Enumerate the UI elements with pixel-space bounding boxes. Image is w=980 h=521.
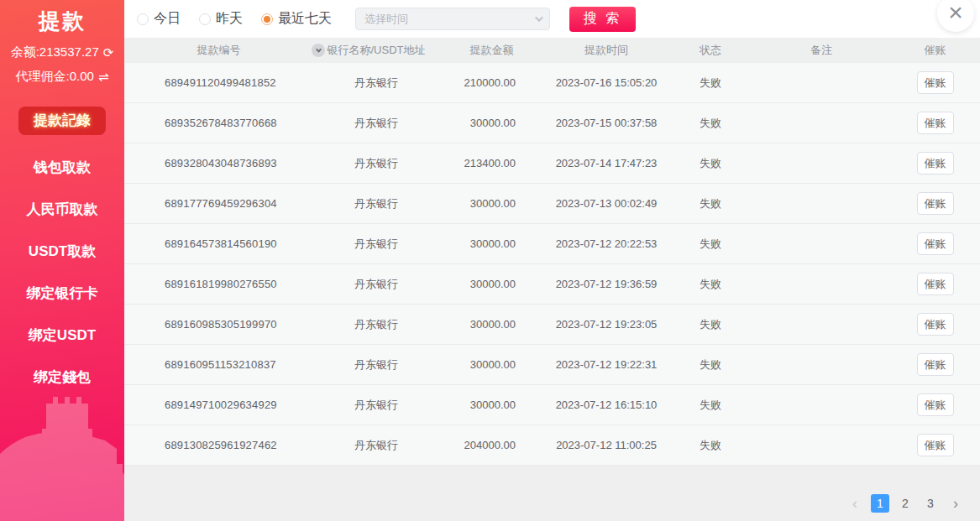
cell-amount: 210000.00 bbox=[439, 76, 544, 89]
withdrawal-window: 提款 余额:213537.27 ⟳ 代理佣金:0.00 ⇌ 提款記錄 钱包取款人… bbox=[0, 0, 980, 521]
table-row: 689161819980276550 丹东银行 30000.00 2023-07… bbox=[124, 264, 980, 305]
cell-amount: 213400.00 bbox=[439, 157, 544, 169]
status-badge: 失败 bbox=[668, 76, 752, 91]
radio-icon bbox=[199, 13, 211, 25]
sidebar-item[interactable]: 绑定錢包 bbox=[0, 357, 124, 399]
cell-time: 2023-07-12 19:23:05 bbox=[544, 318, 668, 331]
radio-icon bbox=[137, 13, 149, 25]
balance-row: 余额:213537.27 ⟳ bbox=[0, 44, 124, 60]
cell-amount: 30000.00 bbox=[439, 358, 544, 371]
date-radio-group: 今日 昨天 最近七天 bbox=[137, 10, 332, 28]
cell-amount: 30000.00 bbox=[439, 278, 544, 290]
page-button-3[interactable]: 3 bbox=[921, 494, 940, 513]
urge-payment-button[interactable]: 催账 bbox=[917, 393, 954, 416]
cell-amount: 30000.00 bbox=[439, 117, 544, 129]
sidebar-item[interactable]: 人民币取款 bbox=[0, 189, 124, 231]
status-badge: 失败 bbox=[668, 357, 752, 373]
table-body: 689491120499481852 丹东银行 210000.00 2023-0… bbox=[124, 63, 980, 466]
urge-payment-button[interactable]: 催账 bbox=[917, 434, 954, 456]
table-row: 689491120499481852 丹东银行 210000.00 2023-0… bbox=[124, 63, 980, 103]
cell-bank: 丹东银行 bbox=[313, 398, 439, 413]
table-row: 689177769459296304 丹东银行 30000.00 2023-07… bbox=[124, 184, 980, 224]
urge-payment-button[interactable]: 催账 bbox=[917, 353, 954, 376]
cell-withdraw-id: 689177769459296304 bbox=[124, 197, 313, 210]
cell-withdraw-id: 689161819980276550 bbox=[124, 278, 313, 290]
sidebar-item[interactable]: 绑定USDT bbox=[0, 315, 124, 357]
next-page-button[interactable]: › bbox=[946, 494, 965, 513]
table-row: 689352678483770668 丹东银行 30000.00 2023-07… bbox=[124, 103, 980, 143]
status-badge: 失败 bbox=[668, 277, 752, 292]
cell-withdraw-id: 689164573814560190 bbox=[124, 237, 313, 250]
cell-bank: 丹东银行 bbox=[313, 237, 439, 252]
urge-payment-button[interactable]: 催账 bbox=[917, 232, 954, 255]
refresh-icon[interactable]: ⟳ bbox=[103, 46, 114, 59]
cell-withdraw-id: 689149710029634929 bbox=[124, 399, 313, 411]
cell-withdraw-id: 689352678483770668 bbox=[124, 117, 313, 129]
cell-bank: 丹东银行 bbox=[313, 156, 439, 171]
table-header: 提款编号 银行名称/USDT地址 提款金额 提款时间 状态 备注 催账 bbox=[124, 38, 980, 63]
status-badge: 失败 bbox=[668, 398, 752, 413]
cell-bank: 丹东银行 bbox=[313, 438, 439, 453]
cell-bank: 丹东银行 bbox=[313, 277, 439, 292]
status-badge: 失败 bbox=[668, 438, 752, 453]
filter-toolbar: 今日 昨天 最近七天 选择时间 搜 索 × bbox=[124, 0, 980, 38]
date-select-placeholder: 选择时间 bbox=[364, 12, 408, 27]
status-badge: 失败 bbox=[668, 237, 752, 252]
date-radio[interactable]: 昨天 bbox=[199, 10, 243, 28]
cell-time: 2023-07-16 15:05:20 bbox=[544, 76, 668, 89]
urge-payment-button[interactable]: 催账 bbox=[917, 71, 954, 94]
sidebar-item-withdraw-records[interactable]: 提款記錄 bbox=[18, 107, 106, 135]
urge-payment-button[interactable]: 催账 bbox=[917, 152, 954, 175]
cell-time: 2023-07-12 19:22:31 bbox=[544, 358, 668, 371]
table-row: 689130825961927462 丹东银行 204000.00 2023-0… bbox=[124, 425, 980, 466]
cell-amount: 30000.00 bbox=[439, 399, 544, 411]
cell-time: 2023-07-12 16:15:10 bbox=[544, 399, 668, 411]
status-badge: 失败 bbox=[668, 156, 752, 171]
cell-time: 2023-07-12 19:36:59 bbox=[544, 278, 668, 290]
col-withdraw-id: 提款编号 bbox=[124, 43, 313, 58]
urge-payment-button[interactable]: 催账 bbox=[917, 112, 954, 134]
sidebar: 提款 余额:213537.27 ⟳ 代理佣金:0.00 ⇌ 提款記錄 钱包取款人… bbox=[0, 0, 124, 521]
cell-bank: 丹东银行 bbox=[313, 357, 439, 373]
date-radio[interactable]: 最近七天 bbox=[261, 10, 332, 28]
commission-label: 代理佣金:0.00 bbox=[16, 69, 94, 85]
date-radio[interactable]: 今日 bbox=[137, 10, 181, 28]
radio-icon bbox=[261, 13, 273, 25]
date-range-select[interactable]: 选择时间 bbox=[355, 8, 550, 30]
close-button[interactable]: × bbox=[937, 0, 974, 32]
page-button-2[interactable]: 2 bbox=[896, 494, 914, 513]
close-icon: × bbox=[948, 0, 963, 25]
cell-withdraw-id: 689160951153210837 bbox=[124, 358, 313, 371]
table-row: 689160985305199970 丹东银行 30000.00 2023-07… bbox=[124, 305, 980, 345]
cell-withdraw-id: 689130825961927462 bbox=[124, 439, 313, 451]
radio-label: 今日 bbox=[154, 10, 181, 28]
withdrawals-table: 提款编号 银行名称/USDT地址 提款金额 提款时间 状态 备注 催账 6894… bbox=[124, 38, 980, 466]
radio-label: 昨天 bbox=[216, 10, 243, 28]
urge-payment-button[interactable]: 催账 bbox=[917, 273, 954, 295]
search-button[interactable]: 搜 索 bbox=[569, 7, 636, 32]
prev-page-button[interactable]: ‹ bbox=[846, 494, 864, 513]
sidebar-item[interactable]: USDT取款 bbox=[0, 231, 124, 273]
cell-time: 2023-07-13 00:02:49 bbox=[544, 197, 668, 210]
sidebar-item[interactable]: 钱包取款 bbox=[0, 147, 124, 189]
col-bank: 银行名称/USDT地址 bbox=[313, 43, 439, 58]
cell-bank: 丹东银行 bbox=[313, 76, 439, 91]
cell-bank: 丹东银行 bbox=[313, 317, 439, 332]
urge-payment-button[interactable]: 催账 bbox=[917, 313, 954, 336]
table-row: 689328043048736893 丹东银行 213400.00 2023-0… bbox=[124, 143, 980, 184]
cell-bank: 丹东银行 bbox=[313, 116, 439, 131]
radio-label: 最近七天 bbox=[278, 10, 332, 28]
urge-payment-button[interactable]: 催账 bbox=[917, 192, 954, 215]
sidebar-item[interactable]: 绑定银行卡 bbox=[0, 273, 124, 315]
cell-time: 2023-07-12 11:00:25 bbox=[544, 439, 668, 451]
table-row: 689149710029634929 丹东银行 30000.00 2023-07… bbox=[124, 385, 980, 425]
status-badge: 失败 bbox=[668, 116, 752, 131]
swap-icon[interactable]: ⇌ bbox=[98, 70, 109, 83]
page-button-1[interactable]: 1 bbox=[871, 494, 889, 513]
cell-time: 2023-07-15 00:37:58 bbox=[544, 117, 668, 129]
sidebar-menu: 钱包取款人民币取款USDT取款绑定银行卡绑定USDT绑定錢包 bbox=[0, 147, 124, 399]
chevron-down-icon bbox=[535, 13, 543, 22]
main-panel: 今日 昨天 最近七天 选择时间 搜 索 × 提款编号 银行名称/USD bbox=[124, 0, 980, 521]
cell-withdraw-id: 689328043048736893 bbox=[124, 157, 313, 169]
status-badge: 失败 bbox=[668, 196, 752, 211]
